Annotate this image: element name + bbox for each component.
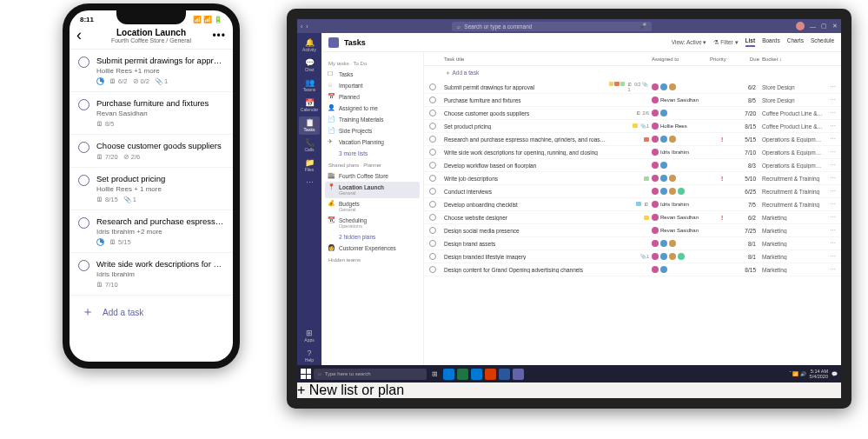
- row-menu-icon[interactable]: ⋯: [825, 188, 836, 195]
- row-menu-icon[interactable]: ⋯: [825, 83, 836, 90]
- tab-schedule[interactable]: Schedule: [811, 37, 834, 47]
- row-menu-icon[interactable]: ⋯: [825, 253, 836, 260]
- row-menu-icon[interactable]: ⋯: [825, 149, 836, 156]
- nav-fwd-icon[interactable]: ›: [306, 23, 308, 30]
- rail-item-files[interactable]: 📁Files: [299, 156, 320, 175]
- task-row[interactable]: Develop onboarding checklist🗓Idris Ibrah…: [424, 198, 841, 211]
- row-menu-icon[interactable]: ⋯: [825, 240, 836, 247]
- taskbar-app-icon[interactable]: [499, 369, 510, 380]
- row-menu-icon[interactable]: ⋯: [825, 136, 836, 143]
- sidebar-link[interactable]: 2 hidden plans: [325, 231, 420, 243]
- view-dropdown[interactable]: View: Active ▾: [672, 39, 707, 46]
- row-menu-icon[interactable]: ⋯: [825, 175, 836, 182]
- sidebar-item[interactable]: 📄Training Materials: [325, 114, 420, 125]
- complete-circle[interactable]: [78, 260, 89, 271]
- task-row[interactable]: Write job descriptions!5/10Recruitment &…: [424, 172, 841, 185]
- user-avatar[interactable]: [796, 22, 805, 30]
- sidebar-item[interactable]: 📅Planned: [325, 91, 420, 103]
- start-button[interactable]: [301, 369, 311, 379]
- complete-circle[interactable]: [429, 201, 436, 208]
- windows-taskbar[interactable]: ○Type here to search ⊞ ˄ 📶 🔊 5:14 AM5/4/…: [297, 365, 841, 382]
- complete-circle[interactable]: [78, 217, 89, 229]
- sidebar-item[interactable]: 📍Location LaunchGeneral: [325, 182, 420, 198]
- sidebar-item[interactable]: 💰BudgetsGeneral: [325, 198, 420, 215]
- row-menu-icon[interactable]: ⋯: [825, 96, 836, 103]
- phone-task-row[interactable]: Set product pricingHollie Rees + 1 more🗓…: [70, 168, 233, 210]
- taskbar-app-icon[interactable]: [485, 369, 496, 380]
- phone-task-list[interactable]: Submit permit drawings for approvalHolli…: [70, 50, 233, 296]
- app-rail[interactable]: 🔔Activity💬Chat👥Teams📅Calendar📋Tasks📞Call…: [297, 33, 321, 365]
- complete-circle[interactable]: [429, 188, 436, 195]
- taskbar-app-icon[interactable]: [443, 369, 454, 380]
- row-menu-icon[interactable]: ⋯: [825, 201, 836, 208]
- complete-circle[interactable]: [429, 96, 436, 103]
- col-title[interactable]: Task title: [444, 57, 606, 62]
- row-menu-icon[interactable]: ⋯: [825, 123, 836, 130]
- sidebar-item[interactable]: 📆SchedulingOperations: [325, 215, 420, 231]
- complete-circle[interactable]: [78, 57, 89, 68]
- sidebar-link[interactable]: 3 more lists: [325, 148, 420, 159]
- task-row[interactable]: Research and purchase espresso machine, …: [424, 133, 841, 146]
- phone-task-row[interactable]: Write side work descriptions for op...Id…: [70, 253, 233, 296]
- complete-circle[interactable]: [429, 136, 436, 143]
- col-bucket[interactable]: Bucket ↓: [762, 57, 823, 62]
- grid-add-task[interactable]: ＋ Add a task: [424, 66, 841, 81]
- row-menu-icon[interactable]: ⋯: [825, 266, 836, 273]
- taskbar-search[interactable]: ○Type here to search: [314, 369, 427, 380]
- phone-task-row[interactable]: Submit permit drawings for approvalHolli…: [70, 50, 233, 92]
- task-row[interactable]: Develop workflow based on floorplan8/3Op…: [424, 159, 841, 172]
- sidebar-item[interactable]: 📄Side Projects: [325, 125, 420, 136]
- filter-dropdown[interactable]: ⚗ Filter ▾: [713, 39, 738, 46]
- rail-item-chat[interactable]: 💬Chat: [299, 57, 320, 75]
- col-priority[interactable]: Priority: [710, 57, 734, 62]
- phone-task-row[interactable]: Purchase furniture and fixturesRevan Sas…: [70, 92, 233, 135]
- row-menu-icon[interactable]: ⋯: [825, 227, 836, 234]
- more-icon[interactable]: •••: [212, 30, 226, 42]
- task-row[interactable]: Design brand assets8/1Marketing⋯: [424, 237, 841, 250]
- nav-back-icon[interactable]: ‹: [301, 23, 302, 30]
- rail-item-calls[interactable]: 📞Calls: [299, 136, 320, 155]
- rail-item-activity[interactable]: 🔔Activity: [299, 37, 320, 55]
- taskbar-app-icon[interactable]: [457, 369, 468, 380]
- rail-item-more[interactable]: ⋯: [299, 176, 320, 190]
- nav-arrows[interactable]: ‹›: [301, 23, 308, 30]
- complete-circle[interactable]: [429, 149, 436, 156]
- task-row[interactable]: Submit permit drawings for approval🗓 0/2…: [424, 81, 841, 94]
- task-row[interactable]: Choose website designerRevan Sasidhan!6/…: [424, 211, 841, 224]
- sidebar-item[interactable]: ☐Tasks: [325, 69, 420, 80]
- col-assigned[interactable]: Assigned to: [652, 57, 707, 62]
- task-row[interactable]: Choose customer goods suppliers🗓 2/67/20…: [424, 107, 841, 120]
- minimize-icon[interactable]: —: [810, 23, 816, 30]
- rail-item-calendar[interactable]: 📅Calendar: [299, 96, 320, 115]
- complete-circle[interactable]: [429, 253, 436, 260]
- task-row[interactable]: Design branded lifestyle imagery📎18/1Mar…: [424, 250, 841, 263]
- sidebar-item[interactable]: 🏬Fourth Coffee Store: [325, 170, 420, 182]
- taskbar-app-icon[interactable]: [513, 369, 524, 380]
- tab-boards[interactable]: Boards: [762, 37, 780, 47]
- task-row[interactable]: Set product pricing📎1Hollie Rees8/15Coff…: [424, 120, 841, 133]
- task-row[interactable]: Conduct interviews6/25Recruitment & Trai…: [424, 185, 841, 198]
- task-row[interactable]: Design social media presenceRevan Sasidh…: [424, 224, 841, 237]
- sidebar-item[interactable]: ✈Vacation Planning: [325, 136, 420, 148]
- rail-item-teams[interactable]: 👥Teams: [299, 76, 320, 95]
- complete-circle[interactable]: [78, 99, 89, 110]
- row-menu-icon[interactable]: ⋯: [825, 162, 836, 169]
- tab-list[interactable]: List: [745, 37, 756, 47]
- command-search[interactable]: ⌕ Search or type a command 🎤: [452, 22, 652, 31]
- system-tray[interactable]: ˄ 📶 🔊 5:14 AM5/4/2020 💬: [789, 369, 838, 379]
- task-view-icon[interactable]: ⊞: [429, 369, 441, 380]
- phone-task-row[interactable]: Research and purchase espresso...Idris I…: [70, 210, 233, 253]
- row-menu-icon[interactable]: ⋯: [825, 214, 836, 221]
- complete-circle[interactable]: [429, 162, 436, 169]
- complete-circle[interactable]: [429, 110, 436, 116]
- back-icon[interactable]: ‹: [76, 26, 82, 44]
- complete-circle[interactable]: [429, 266, 436, 273]
- complete-circle[interactable]: [78, 142, 89, 153]
- mic-icon[interactable]: 🎤: [639, 23, 646, 30]
- task-row[interactable]: Purchase furniture and fixturesRevan Sas…: [424, 94, 841, 107]
- sidebar-item[interactable]: ☆Important: [325, 80, 420, 91]
- sidebar-item[interactable]: 👩Customer Experiences: [325, 243, 420, 254]
- task-row[interactable]: Design content for Grand Opening adverti…: [424, 263, 841, 276]
- taskbar-app-icon[interactable]: [471, 369, 482, 380]
- tray-icons[interactable]: ˄ 📶 🔊: [789, 371, 806, 376]
